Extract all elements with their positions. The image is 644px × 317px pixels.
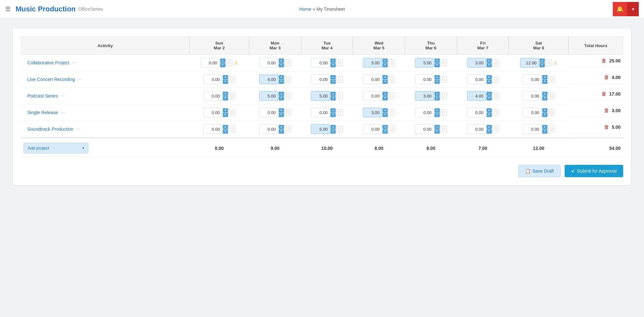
time-input-r0-d4[interactable] bbox=[415, 58, 434, 68]
time-input-r0-d3[interactable] bbox=[363, 58, 382, 68]
spinner-down-icon[interactable]: ▼ bbox=[542, 129, 547, 134]
note-button[interactable]: ☐ bbox=[336, 93, 343, 99]
spinner-up-icon[interactable]: ▲ bbox=[435, 59, 440, 63]
activity-menu-icon[interactable]: ··· bbox=[58, 93, 67, 99]
spinner-up-icon[interactable]: ▲ bbox=[330, 59, 336, 63]
spinner-up-icon[interactable]: ▲ bbox=[330, 108, 336, 112]
spinner-up-icon[interactable]: ▲ bbox=[382, 75, 388, 79]
note-button[interactable]: ☐ bbox=[492, 59, 499, 66]
spinner-down-icon[interactable]: ▼ bbox=[435, 63, 440, 67]
time-input-r2-d3[interactable] bbox=[363, 91, 382, 101]
spinner-up-icon[interactable]: ▲ bbox=[487, 75, 492, 79]
spinner-down-icon[interactable]: ▼ bbox=[220, 63, 225, 67]
time-input-r0-d2[interactable] bbox=[311, 58, 330, 68]
spinner-down-icon[interactable]: ▼ bbox=[223, 80, 228, 84]
spinner-up-icon[interactable]: ▲ bbox=[382, 59, 388, 63]
spinner-up-icon[interactable]: ▲ bbox=[279, 92, 284, 96]
spinner-down-icon[interactable]: ▼ bbox=[279, 63, 284, 67]
spinner-up-icon[interactable]: ▲ bbox=[435, 108, 440, 112]
spinner-down-icon[interactable]: ▼ bbox=[487, 63, 492, 67]
spinner-down-icon[interactable]: ▼ bbox=[382, 80, 388, 84]
note-button[interactable]: ☐ bbox=[336, 76, 343, 83]
note-button[interactable]: ☐ bbox=[336, 126, 343, 132]
note-button[interactable]: ☐ bbox=[229, 126, 235, 132]
time-input-r4-d0[interactable] bbox=[203, 124, 222, 134]
spinner-up-icon[interactable]: ▲ bbox=[279, 59, 284, 63]
spinner-down-icon[interactable]: ▼ bbox=[330, 96, 336, 100]
spinner-down-icon[interactable]: ▼ bbox=[330, 113, 336, 117]
time-input-r4-d4[interactable] bbox=[415, 124, 434, 134]
time-input-r2-d2[interactable] bbox=[311, 91, 330, 101]
note-button[interactable]: ☐ bbox=[388, 126, 395, 132]
add-project-button[interactable]: Add project ▾ bbox=[23, 143, 88, 153]
spinner-up-icon[interactable]: ▲ bbox=[435, 92, 440, 96]
activity-menu-icon[interactable]: ··· bbox=[69, 60, 79, 66]
note-button[interactable]: ☐ bbox=[548, 76, 555, 83]
spinner-down-icon[interactable]: ▼ bbox=[542, 96, 547, 100]
spinner-up-icon[interactable]: ▲ bbox=[542, 125, 547, 129]
bell-button[interactable]: 🔔 bbox=[613, 2, 627, 16]
time-input-r1-d3[interactable] bbox=[363, 74, 382, 84]
note-button[interactable]: ☐ bbox=[440, 109, 447, 116]
spinner-up-icon[interactable]: ▲ bbox=[542, 75, 547, 79]
note-button[interactable]: ☐ bbox=[285, 93, 291, 99]
spinner-up-icon[interactable]: ▲ bbox=[487, 92, 492, 96]
spinner-down-icon[interactable]: ▼ bbox=[435, 80, 440, 84]
time-input-r4-d3[interactable] bbox=[363, 124, 382, 134]
note-button[interactable]: ☐ bbox=[440, 59, 447, 66]
spinner-up-icon[interactable]: ▲ bbox=[487, 108, 492, 112]
note-button[interactable]: ☐ bbox=[336, 109, 343, 116]
activity-menu-icon[interactable]: ··· bbox=[74, 126, 83, 132]
delete-row-button[interactable]: 🗑 bbox=[603, 124, 610, 130]
note-button[interactable]: ☐ bbox=[440, 93, 447, 99]
note-button[interactable]: ☐ bbox=[388, 109, 395, 116]
note-button[interactable]: ☐ bbox=[226, 59, 233, 66]
spinner-up-icon[interactable]: ▲ bbox=[382, 125, 388, 129]
time-input-r2-d5[interactable] bbox=[467, 91, 486, 101]
note-button[interactable]: ☐ bbox=[440, 126, 447, 132]
nav-home[interactable]: Home bbox=[299, 7, 311, 12]
spinner-down-icon[interactable]: ▼ bbox=[540, 63, 545, 67]
time-input-r3-d5[interactable] bbox=[467, 108, 486, 117]
spinner-up-icon[interactable]: ▲ bbox=[223, 108, 228, 112]
note-button[interactable]: ☐ bbox=[388, 59, 395, 66]
spinner-up-icon[interactable]: ▲ bbox=[220, 59, 225, 63]
spinner-down-icon[interactable]: ▼ bbox=[223, 113, 228, 117]
submit-button[interactable]: ✔ Submit for Approval bbox=[565, 165, 623, 177]
delete-row-button[interactable]: 🗑 bbox=[600, 91, 608, 97]
time-input-r1-d4[interactable] bbox=[415, 74, 434, 84]
spinner-down-icon[interactable]: ▼ bbox=[542, 113, 547, 117]
time-input-r0-d5[interactable] bbox=[467, 58, 486, 68]
delete-row-button[interactable]: 🗑 bbox=[600, 58, 608, 64]
spinner-down-icon[interactable]: ▼ bbox=[279, 129, 284, 134]
spinner-up-icon[interactable]: ▲ bbox=[382, 92, 388, 96]
delete-row-button[interactable]: 🗑 bbox=[603, 74, 610, 80]
time-input-r4-d5[interactable] bbox=[467, 124, 486, 134]
note-button[interactable]: ☐ bbox=[492, 126, 499, 132]
note-button[interactable]: ☐ bbox=[285, 76, 291, 83]
activity-menu-icon[interactable]: ··· bbox=[75, 76, 84, 82]
spinner-up-icon[interactable]: ▲ bbox=[279, 108, 284, 112]
spinner-down-icon[interactable]: ▼ bbox=[223, 129, 228, 134]
delete-row-button[interactable]: 🗑 bbox=[603, 108, 610, 113]
spinner-down-icon[interactable]: ▼ bbox=[382, 96, 388, 100]
spinner-down-icon[interactable]: ▼ bbox=[435, 113, 440, 117]
time-input-r0-d6[interactable] bbox=[520, 58, 539, 68]
note-button[interactable]: ☐ bbox=[548, 109, 555, 116]
time-input-r3-d2[interactable] bbox=[311, 108, 330, 117]
spinner-up-icon[interactable]: ▲ bbox=[330, 92, 336, 96]
time-input-r1-d5[interactable] bbox=[467, 74, 486, 84]
time-input-r1-d1[interactable] bbox=[259, 74, 278, 84]
note-button[interactable]: ☐ bbox=[548, 126, 555, 132]
spinner-up-icon[interactable]: ▲ bbox=[279, 75, 284, 79]
spinner-up-icon[interactable]: ▲ bbox=[330, 125, 336, 129]
spinner-up-icon[interactable]: ▲ bbox=[223, 92, 228, 96]
spinner-up-icon[interactable]: ▲ bbox=[435, 125, 440, 129]
spinner-up-icon[interactable]: ▲ bbox=[382, 108, 388, 112]
time-input-r1-d6[interactable] bbox=[523, 74, 542, 84]
spinner-up-icon[interactable]: ▲ bbox=[223, 125, 228, 129]
spinner-down-icon[interactable]: ▼ bbox=[279, 96, 284, 100]
time-input-r2-d0[interactable] bbox=[203, 91, 222, 101]
spinner-up-icon[interactable]: ▲ bbox=[435, 75, 440, 79]
user-dropdown-button[interactable]: ▾ bbox=[627, 2, 639, 16]
